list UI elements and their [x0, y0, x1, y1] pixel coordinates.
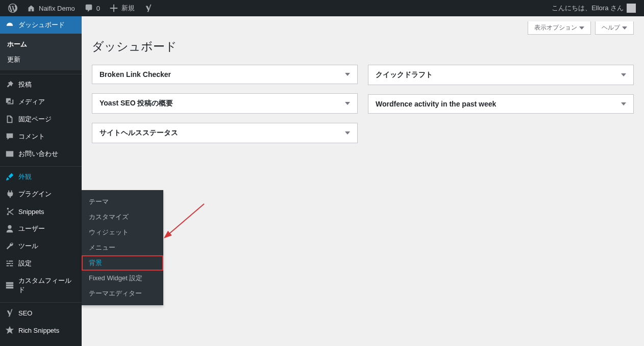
- wp-logo-button[interactable]: [4, 0, 21, 16]
- postbox-toggle[interactable]: Wordfence activity in the past week: [368, 95, 633, 113]
- sidebar-item-seo[interactable]: SEO: [0, 304, 82, 322]
- comments-count: 0: [96, 5, 100, 12]
- sidebar-item-users[interactable]: ユーザー: [0, 220, 82, 237]
- page-title: ダッシュボード: [92, 39, 634, 55]
- yoast-icon: [144, 4, 153, 13]
- sidebar-item-dashboard[interactable]: ダッシュボード: [0, 16, 82, 34]
- yoast-adminbar-button[interactable]: [140, 0, 157, 16]
- new-label: 新規: [121, 4, 135, 13]
- submenu-background[interactable]: 背景: [82, 255, 163, 271]
- sidebar-item-rich-snippets[interactable]: Rich Snippets: [0, 322, 82, 339]
- admin-sidebar: ダッシュボード ホーム 更新 投稿 メディア 固定ページ コメント お問い合わせ: [0, 16, 82, 346]
- submenu-widgets[interactable]: ウィジェット: [82, 225, 163, 240]
- comments-button[interactable]: 0: [80, 0, 104, 16]
- home-icon: [27, 4, 36, 13]
- plugins-label: プラグイン: [18, 190, 52, 199]
- site-name-label: Naifix Demo: [39, 5, 75, 12]
- submenu-menus[interactable]: メニュー: [82, 240, 163, 255]
- media-icon: [5, 97, 14, 107]
- sidebar-item-media[interactable]: メディア: [0, 93, 82, 111]
- postbox-quick-draft: クイックドラフト: [368, 65, 634, 85]
- sidebar-item-custom-fields[interactable]: カスタムフィールド: [0, 272, 82, 299]
- user-icon: [5, 224, 14, 233]
- postbox-title: クイックドラフト: [376, 70, 433, 79]
- separator: [0, 164, 82, 167]
- widget-column-right: クイックドラフト Wordfence activity in the past …: [368, 65, 634, 114]
- pages-label: 固定ページ: [18, 115, 52, 124]
- content-area: 表示オプション ヘルプ ダッシュボード Broken Link Checker: [82, 16, 644, 346]
- wordpress-logo-icon: [8, 4, 17, 13]
- posts-label: 投稿: [18, 80, 32, 89]
- comment-icon: [5, 132, 14, 141]
- submenu-customize[interactable]: カスタマイズ: [82, 209, 163, 225]
- postbox-blc: Broken Link Checker: [92, 65, 358, 84]
- sidebar-item-settings[interactable]: 設定: [0, 255, 82, 272]
- separator: [0, 72, 82, 74]
- sidebar-item-pages[interactable]: 固定ページ: [0, 111, 82, 128]
- postbox-title: Broken Link Checker: [100, 70, 171, 78]
- page-icon: [5, 115, 14, 124]
- separator: [0, 300, 82, 303]
- pin-icon: [5, 80, 14, 89]
- sidebar-item-plugins[interactable]: プラグイン: [0, 185, 82, 203]
- chevron-down-icon: [621, 73, 626, 76]
- media-label: メディア: [18, 97, 45, 107]
- custom-fields-label: カスタムフィールド: [18, 276, 77, 295]
- postbox-site-health: サイトヘルスステータス: [92, 123, 358, 143]
- sidebar-item-posts[interactable]: 投稿: [0, 76, 82, 93]
- plug-icon: [5, 190, 14, 199]
- fields-icon: [5, 281, 14, 290]
- admin-bar-right: こんにちは、Ellora さん: [548, 0, 640, 16]
- users-label: ユーザー: [18, 224, 45, 233]
- sidebar-item-snippets[interactable]: Snippets: [0, 203, 82, 220]
- greeting-label: こんにちは、Ellora さん: [552, 4, 624, 13]
- tools-label: ツール: [18, 242, 38, 251]
- help-button[interactable]: ヘルプ: [595, 21, 634, 35]
- postbox-wordfence: Wordfence activity in the past week: [368, 94, 634, 114]
- comment-icon: [84, 4, 93, 13]
- plus-icon: [109, 4, 118, 13]
- contact-label: お問い合わせ: [18, 149, 58, 158]
- postbox-title: サイトヘルスステータス: [100, 128, 178, 138]
- chevron-down-icon: [579, 26, 584, 30]
- dashboard-label: ダッシュボード: [18, 20, 65, 30]
- dashboard-submenu: ホーム 更新: [0, 34, 82, 70]
- chevron-down-icon: [345, 73, 350, 76]
- submenu-fixed-widget[interactable]: Fixed Widget 設定: [82, 271, 163, 286]
- submenu-themes[interactable]: テーマ: [82, 194, 163, 209]
- appearance-label: 外観: [18, 172, 32, 181]
- admin-bar-left: Naifix Demo 0 新規: [4, 0, 157, 16]
- help-label: ヘルプ: [602, 23, 620, 32]
- brush-icon: [5, 172, 14, 181]
- chevron-down-icon: [345, 102, 350, 105]
- seo-label: SEO: [18, 309, 32, 317]
- postbox-toggle[interactable]: Broken Link Checker: [92, 65, 357, 84]
- settings-label: 設定: [18, 259, 32, 268]
- sidebar-item-tools[interactable]: ツール: [0, 237, 82, 255]
- admin-bar: Naifix Demo 0 新規 こんにちは、Ellora さん: [0, 0, 644, 16]
- sidebar-item-appearance[interactable]: 外観: [0, 168, 82, 185]
- submenu-theme-editor[interactable]: テーマエディター: [82, 286, 163, 301]
- star-icon: [5, 326, 14, 335]
- mail-icon: [5, 149, 14, 158]
- widget-column-left: Broken Link Checker Yoast SEO 投稿の概要 サイトヘ…: [92, 65, 358, 143]
- account-button[interactable]: こんにちは、Ellora さん: [548, 0, 640, 16]
- postbox-toggle[interactable]: サイトヘルスステータス: [92, 123, 357, 143]
- postbox-yoast: Yoast SEO 投稿の概要: [92, 93, 358, 114]
- postbox-title: Yoast SEO 投稿の概要: [100, 99, 173, 108]
- site-name-button[interactable]: Naifix Demo: [22, 0, 79, 16]
- submenu-home[interactable]: ホーム: [0, 37, 82, 52]
- sidebar-item-contact[interactable]: お問い合わせ: [0, 145, 82, 163]
- postbox-toggle[interactable]: クイックドラフト: [368, 65, 633, 85]
- submenu-updates[interactable]: 更新: [0, 52, 82, 67]
- chevron-down-icon: [622, 26, 627, 30]
- snippets-label: Snippets: [18, 208, 44, 216]
- new-content-button[interactable]: 新規: [105, 0, 139, 16]
- sliders-icon: [5, 259, 14, 268]
- chevron-down-icon: [345, 131, 350, 135]
- sidebar-item-comments[interactable]: コメント: [0, 128, 82, 145]
- postbox-toggle[interactable]: Yoast SEO 投稿の概要: [92, 94, 357, 113]
- comments-label: コメント: [18, 132, 45, 141]
- wrench-icon: [5, 242, 14, 251]
- screen-options-button[interactable]: 表示オプション: [528, 21, 591, 35]
